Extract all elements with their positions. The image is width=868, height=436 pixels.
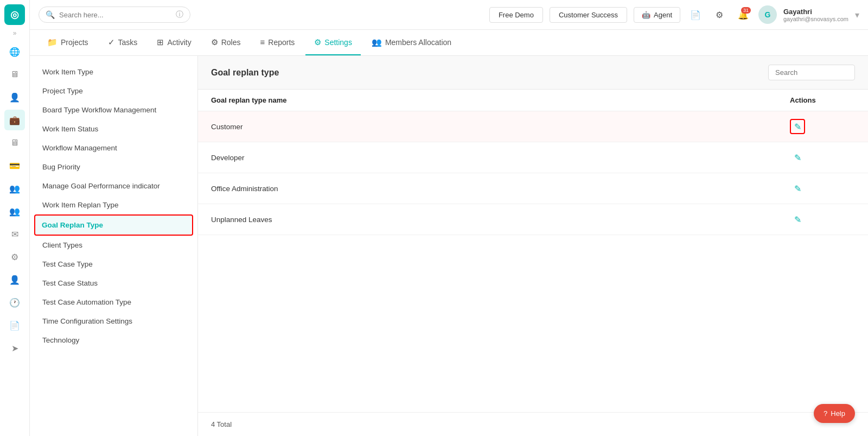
app-logo[interactable]: ◎ — [4, 4, 25, 25]
menu-item-work-item-status[interactable]: Work Item Status — [30, 119, 197, 138]
help-icon: ? — [824, 409, 827, 418]
row-office-actions: ✎ — [790, 181, 855, 196]
row-unplanned-actions: ✎ — [790, 212, 855, 227]
panel-search-input[interactable] — [768, 65, 855, 80]
nav-icon-doc[interactable]: 📄 — [4, 315, 25, 336]
menu-item-workflow-management[interactable]: Workflow Management — [30, 138, 197, 157]
nav-icon-person[interactable]: 👤 — [4, 87, 25, 108]
activity-icon: ⊞ — [157, 37, 164, 47]
col-name-header: Goal replan type name — [211, 96, 790, 104]
expand-icon[interactable]: » — [13, 29, 17, 37]
main-panel: Goal replan type Goal replan type name A… — [198, 56, 868, 436]
nav-icon-desktop[interactable]: 🖥 — [4, 132, 25, 153]
user-name: Gayathri — [783, 8, 848, 16]
nav-icon-user2[interactable]: 👤 — [4, 269, 25, 290]
info-icon[interactable]: ⓘ — [176, 10, 183, 20]
nav-icon-envelope[interactable]: ✉ — [4, 224, 25, 244]
tab-settings[interactable]: ⚙ Settings — [305, 30, 361, 55]
search-bar[interactable]: 🔍 ⓘ — [39, 7, 190, 23]
help-button[interactable]: ? Help — [814, 404, 855, 423]
nav-icon-settings[interactable]: ⚙ — [4, 247, 25, 267]
row-developer-name: Developer — [211, 154, 790, 162]
table-row: Customer ✎ — [198, 111, 868, 142]
panel-title: Goal replan type — [211, 68, 279, 78]
menu-item-time-config[interactable]: Time Configuration Settings — [30, 312, 197, 331]
members-icon: 👥 — [372, 37, 382, 47]
main-area: 🔍 ⓘ Free Demo Customer Success 🤖 Agent 📄… — [30, 0, 868, 436]
row-customer-actions: ✎ — [790, 119, 855, 134]
left-menu: Work Item Type Project Type Board Type W… — [30, 56, 198, 436]
nav-icon-credit-card[interactable]: 💳 — [4, 155, 25, 176]
nav-icon-monitor[interactable]: 🖥 — [4, 64, 25, 85]
user-email: gayathri@snovasys.com — [783, 16, 848, 22]
tab-reports[interactable]: ≡ Reports — [252, 30, 304, 55]
total-count: 4 Total — [211, 420, 232, 428]
edit-office-button[interactable]: ✎ — [790, 181, 805, 196]
user-info[interactable]: Gayathri gayathri@snovasys.com — [783, 8, 848, 22]
menu-item-manage-goal[interactable]: Manage Goal Performance indicator — [30, 176, 197, 195]
menu-item-technology[interactable]: Technology — [30, 331, 197, 350]
tab-tasks[interactable]: ✓ Tasks — [99, 30, 146, 55]
user-dropdown-icon[interactable]: ▾ — [855, 10, 859, 20]
menu-item-work-item-replan[interactable]: Work Item Replan Type — [30, 195, 197, 214]
agent-icon: 🤖 — [642, 11, 650, 19]
menu-item-test-case-type[interactable]: Test Case Type — [30, 255, 197, 274]
search-icon: 🔍 — [46, 10, 55, 19]
menu-item-work-item-type[interactable]: Work Item Type — [30, 62, 197, 81]
row-developer-actions: ✎ — [790, 150, 855, 165]
menu-item-board-type-workflow[interactable]: Board Type Workflow Management — [30, 100, 197, 119]
nav-icon-briefcase[interactable]: 💼 — [4, 110, 25, 130]
nav-icon-send[interactable]: ➤ — [4, 338, 25, 358]
menu-item-project-type[interactable]: Project Type — [30, 81, 197, 100]
icon-sidebar: ◎ » 🌐 🖥 👤 💼 🖥 💳 👥 👥 ✉ ⚙ 👤 🕐 📄 ➤ — [0, 0, 30, 436]
row-customer-name: Customer — [211, 123, 790, 131]
projects-icon: 📁 — [47, 37, 58, 47]
panel-footer: 4 Total — [198, 412, 868, 436]
edit-customer-button[interactable]: ✎ — [790, 119, 805, 134]
row-office-name: Office Administration — [211, 185, 790, 193]
settings-tab-icon: ⚙ — [314, 37, 321, 47]
roles-icon: ⚙ — [211, 37, 218, 47]
top-header: 🔍 ⓘ Free Demo Customer Success 🤖 Agent 📄… — [30, 0, 868, 30]
nav-icon-clock[interactable]: 🕐 — [4, 292, 25, 313]
menu-item-client-types[interactable]: Client Types — [30, 236, 197, 255]
customer-success-button[interactable]: Customer Success — [550, 7, 627, 23]
edit-developer-button[interactable]: ✎ — [790, 150, 805, 165]
table-row: Developer ✎ — [198, 142, 868, 173]
tab-members[interactable]: 👥 Members Allocation — [363, 30, 460, 55]
table-row: Office Administration ✎ — [198, 173, 868, 204]
content-area: Work Item Type Project Type Board Type W… — [30, 56, 868, 436]
settings-icon[interactable]: ⚙ — [711, 6, 728, 23]
nav-tabs: 📁 Projects ✓ Tasks ⊞ Activity ⚙ Roles ≡ … — [30, 30, 868, 56]
panel-header: Goal replan type — [198, 56, 868, 90]
document-icon[interactable]: 📄 — [687, 6, 704, 23]
menu-item-test-case-automation[interactable]: Test Case Automation Type — [30, 293, 197, 312]
nav-icon-people[interactable]: 👥 — [4, 178, 25, 199]
nav-icon-people2[interactable]: 👥 — [4, 201, 25, 222]
menu-item-bug-priority[interactable]: Bug Priority — [30, 157, 197, 176]
tab-roles[interactable]: ⚙ Roles — [202, 30, 250, 55]
agent-button[interactable]: 🤖 Agent — [634, 7, 680, 23]
reports-icon: ≡ — [260, 37, 265, 47]
menu-item-test-case-status[interactable]: Test Case Status — [30, 274, 197, 293]
menu-item-goal-replan-type[interactable]: Goal Replan Type — [34, 214, 193, 236]
user-avatar[interactable]: G — [758, 5, 777, 24]
table-header-row: Goal replan type name Actions — [198, 90, 868, 111]
tasks-icon: ✓ — [108, 37, 115, 47]
tab-activity[interactable]: ⊞ Activity — [148, 30, 200, 55]
free-demo-button[interactable]: Free Demo — [489, 7, 543, 23]
edit-unplanned-button[interactable]: ✎ — [790, 212, 805, 227]
search-input[interactable] — [59, 11, 171, 19]
notification-icon[interactable]: 🔔 31 — [735, 6, 752, 23]
tab-projects[interactable]: 📁 Projects — [39, 30, 97, 55]
notification-badge: 31 — [741, 7, 751, 14]
data-table: Goal replan type name Actions Customer ✎… — [198, 90, 868, 412]
nav-icon-globe[interactable]: 🌐 — [4, 41, 25, 62]
table-row: Unplanned Leaves ✎ — [198, 204, 868, 235]
col-actions-header: Actions — [790, 96, 855, 104]
row-unplanned-name: Unplanned Leaves — [211, 216, 790, 224]
